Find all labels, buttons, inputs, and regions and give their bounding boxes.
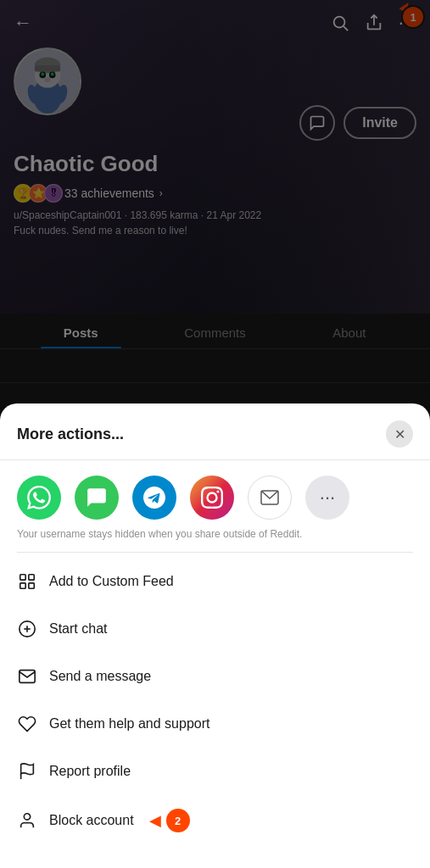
svg-rect-16	[20, 575, 25, 580]
sheet-header: More actions... ✕	[0, 403, 430, 460]
support-icon	[17, 714, 37, 734]
mail-icon	[248, 476, 292, 520]
svg-rect-19	[29, 583, 34, 588]
telegram-icon	[132, 476, 176, 520]
block-account-label: Block account	[49, 813, 134, 828]
report-profile-label: Report profile	[49, 764, 131, 779]
share-more[interactable]: ···	[305, 476, 349, 520]
share-whatsapp[interactable]	[17, 476, 61, 520]
messages-icon	[75, 476, 119, 520]
send-message-label: Send a message	[49, 669, 151, 684]
send-message-button[interactable]: Send a message	[0, 653, 430, 700]
share-instagram[interactable]	[190, 476, 234, 520]
badge-2-arrow-icon: ◀	[149, 811, 161, 830]
start-chat-icon	[17, 619, 37, 639]
badge-2: 2	[166, 809, 190, 832]
add-custom-feed-label: Add to Custom Feed	[49, 574, 174, 589]
report-profile-button[interactable]: Report profile	[0, 748, 430, 795]
block-account-button[interactable]: Block account ◀ 2	[0, 795, 430, 846]
action-list: Add to Custom Feed Start chat Send a	[0, 553, 430, 851]
share-mail[interactable]	[248, 476, 292, 520]
bottom-sheet: More actions... ✕	[0, 403, 430, 868]
share-icons-row: ···	[0, 460, 430, 525]
share-messages[interactable]	[75, 476, 119, 520]
report-icon	[17, 761, 37, 782]
sheet-title: More actions...	[17, 426, 124, 443]
whatsapp-icon	[17, 476, 61, 520]
start-chat-button[interactable]: Start chat	[0, 605, 430, 653]
send-message-icon	[17, 666, 37, 687]
svg-rect-18	[20, 583, 25, 588]
close-button[interactable]: ✕	[386, 420, 413, 448]
instagram-icon	[190, 476, 234, 520]
feed-icon	[17, 571, 37, 592]
share-telegram[interactable]	[132, 476, 176, 520]
more-share-icon: ···	[305, 476, 349, 520]
svg-point-24	[24, 814, 30, 820]
add-to-custom-feed-button[interactable]: Add to Custom Feed	[0, 558, 430, 605]
get-help-button[interactable]: Get them help and support	[0, 700, 430, 748]
start-chat-label: Start chat	[49, 621, 107, 637]
svg-rect-17	[29, 575, 34, 580]
get-help-label: Get them help and support	[49, 716, 209, 732]
badge-2-container: ◀ 2	[149, 809, 190, 832]
share-note: Your username stays hidden when you shar…	[0, 525, 430, 552]
block-icon	[17, 810, 37, 831]
